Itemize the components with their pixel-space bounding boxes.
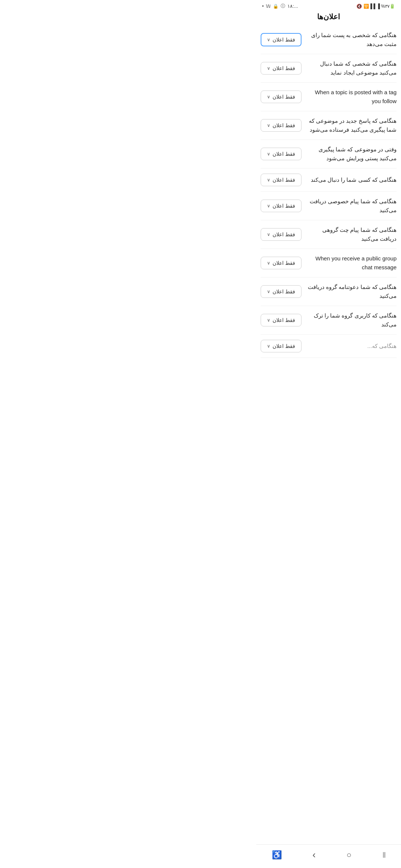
notification-dropdown-button[interactable]: فقط اعلان∨	[261, 200, 301, 212]
chevron-down-icon: ∨	[267, 123, 270, 128]
notification-dropdown-button[interactable]: فقط اعلان∨	[261, 228, 301, 241]
signal-icon: ▐▌▌	[371, 3, 380, 9]
notification-text: هنگامی که شخصی به پست شما رای مثبت می‌ده…	[306, 31, 397, 49]
dropdown-label: فقط اعلان	[273, 122, 295, 128]
chevron-down-icon: ∨	[267, 260, 270, 266]
notification-item: وقتی در موضوعی که شما پیگیری می‌کنید پست…	[261, 140, 397, 168]
notification-item: هنگامی که کسی شما را دنبال می‌کندفقط اعل…	[261, 168, 397, 192]
time-display: ۱۸:...	[287, 3, 298, 9]
notification-item: هنگامی که شخصی به پست شما رای مثبت می‌ده…	[261, 26, 397, 54]
notification-dropdown-button[interactable]: فقط اعلان∨	[261, 62, 301, 75]
page-title: اعلان‌ها	[256, 11, 401, 26]
chevron-down-icon: ∨	[267, 66, 270, 71]
notification-dropdown-button[interactable]: فقط اعلان∨	[261, 91, 301, 103]
notification-text: When you receive a public group chat mes…	[306, 254, 397, 272]
chevron-down-icon: ∨	[267, 94, 270, 99]
notification-dropdown-button[interactable]: فقط اعلان∨	[261, 285, 301, 298]
chevron-down-icon: ∨	[267, 151, 270, 157]
notification-text: هنگامی که شما دعوتنامه گروه دریافت می‌کن…	[306, 283, 397, 300]
notification-item: When a topic is posted with a tag you fo…	[261, 83, 397, 111]
notification-text: When a topic is posted with a tag you fo…	[306, 88, 397, 106]
notification-text: هنگامی که کاربری گروه شما را ترک می‌کند	[306, 311, 397, 329]
dropdown-label: فقط اعلان	[273, 317, 295, 323]
notification-dropdown-button[interactable]: فقط اعلان∨	[261, 33, 301, 46]
status-left: 🔋%۳۷ ▐▌▌ 🛜 🔇	[356, 3, 395, 9]
notification-text: هنگامی که پاسخ جدید در موضوعی که شما پیگ…	[306, 116, 397, 134]
info-icon: Ⓘ	[281, 3, 285, 9]
wifi-icon: 🛜	[363, 4, 369, 9]
notification-item: When you receive a public group chat mes…	[261, 249, 397, 277]
notification-text: هنگامی که کسی شما را دنبال می‌کند	[306, 175, 397, 184]
dropdown-label: فقط اعلان	[273, 343, 295, 349]
dot-indicator: •	[262, 4, 264, 9]
dropdown-label: فقط اعلان	[273, 65, 295, 71]
dropdown-label: فقط اعلان	[273, 94, 295, 100]
dropdown-label: فقط اعلان	[273, 231, 295, 237]
chevron-down-icon: ∨	[267, 318, 270, 323]
notification-item: هنگامی که...فقط اعلان∨	[261, 335, 397, 358]
notification-item: هنگامی که شما پیام خصوصی دریافت می‌کنیدف…	[261, 192, 397, 220]
dropdown-label: فقط اعلان	[273, 177, 295, 183]
notification-text: هنگامی که...	[306, 342, 397, 351]
notification-dropdown-button[interactable]: فقط اعلان∨	[261, 340, 301, 352]
vpn-icon: 🔒	[273, 4, 278, 9]
chevron-down-icon: ∨	[267, 343, 270, 349]
notification-item: هنگامی که شخصی که شما دنبال می‌کنید موضو…	[261, 54, 397, 83]
notification-item: هنگامی که شما پیام چت گروهی دریافت می‌کن…	[261, 220, 397, 249]
dropdown-label: فقط اعلان	[273, 151, 295, 157]
chevron-down-icon: ∨	[267, 289, 270, 294]
notification-text: هنگامی که شما پیام چت گروهی دریافت می‌کن…	[306, 226, 397, 243]
notification-dropdown-button[interactable]: فقط اعلان∨	[261, 257, 301, 269]
notification-dropdown-button[interactable]: فقط اعلان∨	[261, 314, 301, 326]
chevron-down-icon: ∨	[267, 232, 270, 237]
notification-list: هنگامی که شخصی به پست شما رای مثبت می‌ده…	[256, 26, 401, 358]
notification-dropdown-button[interactable]: فقط اعلان∨	[261, 119, 301, 132]
chevron-down-icon: ∨	[267, 177, 270, 183]
notification-item: هنگامی که کاربری گروه شما را ترک می‌کندف…	[261, 306, 397, 335]
notification-text: وقتی در موضوعی که شما پیگیری می‌کنید پست…	[306, 145, 397, 163]
mute-icon: 🔇	[356, 4, 362, 9]
battery-icon: 🔋%۳۷	[381, 4, 395, 9]
wifi-status-icon: 𝕎	[266, 4, 271, 9]
dropdown-label: فقط اعلان	[273, 37, 295, 43]
chevron-down-icon: ∨	[267, 37, 270, 42]
status-bar: 🔋%۳۷ ▐▌▌ 🛜 🔇 • 𝕎 🔒 Ⓘ ۱۸:...	[256, 0, 401, 11]
notification-item: هنگامی که پاسخ جدید در موضوعی که شما پیگ…	[261, 111, 397, 140]
dropdown-label: فقط اعلان	[273, 203, 295, 209]
status-right: • 𝕎 🔒 Ⓘ ۱۸:...	[262, 3, 298, 9]
chevron-down-icon: ∨	[267, 203, 270, 208]
notification-text: هنگامی که شما پیام خصوصی دریافت می‌کنید	[306, 197, 397, 215]
notification-dropdown-button[interactable]: فقط اعلان∨	[261, 174, 301, 186]
notification-item: هنگامی که شما دعوتنامه گروه دریافت می‌کن…	[261, 277, 397, 306]
dropdown-label: فقط اعلان	[273, 260, 295, 266]
dropdown-label: فقط اعلان	[273, 289, 295, 295]
notification-dropdown-button[interactable]: فقط اعلان∨	[261, 148, 301, 160]
notification-text: هنگامی که شخصی که شما دنبال می‌کنید موضو…	[306, 59, 397, 77]
